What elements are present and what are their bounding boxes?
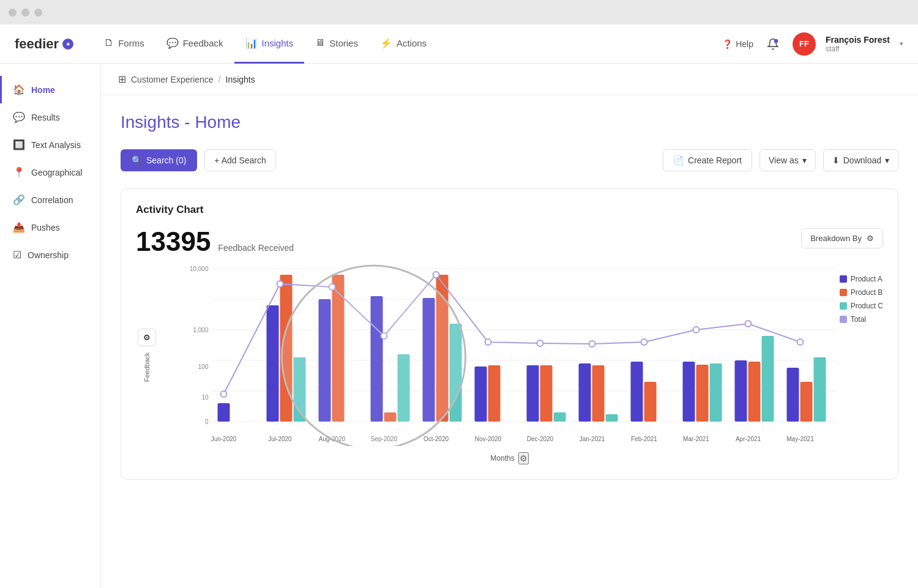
svg-rect-31 — [606, 414, 618, 422]
nav-item-feedback[interactable]: 💬 Feedback — [155, 24, 234, 64]
svg-point-43 — [221, 391, 227, 397]
legend-color-product-c — [840, 302, 847, 310]
svg-point-52 — [693, 327, 700, 333]
logo[interactable]: feedier ● — [15, 36, 73, 52]
svg-text:Nov-2020: Nov-2020 — [475, 436, 502, 442]
breakdown-label: Breakdown By — [810, 234, 862, 243]
home-icon: 🏠 — [13, 84, 25, 95]
page-content: Insights - Home 🔍 Search (0) + Add Searc… — [101, 95, 918, 497]
svg-point-51 — [641, 339, 647, 345]
svg-point-0 — [774, 39, 778, 43]
sidebar-item-text-analysis[interactable]: 🔲 Text Analysis — [0, 131, 100, 158]
chart-card: Activity Chart 13395 Feedback Received B… — [121, 188, 898, 480]
user-dropdown-arrow[interactable]: ▾ — [900, 40, 903, 48]
search-button[interactable]: 🔍 Search (0) — [121, 149, 197, 171]
avatar[interactable]: FF — [793, 32, 816, 56]
stories-icon: 🖥 — [315, 37, 325, 48]
svg-point-50 — [589, 341, 595, 347]
svg-rect-26 — [527, 365, 539, 422]
svg-rect-25 — [488, 365, 501, 422]
sidebar-item-geographical-label: Geographical — [31, 168, 82, 177]
legend-item-product-c: Product C — [840, 302, 883, 310]
chart-header: 13395 Feedback Received Breakdown By ⚙ — [136, 228, 883, 255]
chart-title: Activity Chart — [136, 204, 883, 216]
svg-text:1,000: 1,000 — [193, 327, 208, 333]
logo-text: feedier — [15, 36, 59, 52]
svg-rect-37 — [735, 360, 747, 422]
nav-item-insights[interactable]: 📊 Insights — [234, 24, 305, 64]
svg-rect-34 — [683, 362, 695, 422]
breadcrumb-icon: ⊞ — [118, 73, 126, 85]
legend-color-total — [840, 316, 847, 323]
svg-point-67 — [282, 266, 466, 446]
svg-point-44 — [277, 281, 283, 287]
sidebar-item-correlation[interactable]: 🔗 Correlation — [0, 186, 100, 214]
svg-text:10,000: 10,000 — [190, 266, 209, 272]
sidebar-item-geographical[interactable]: 📍 Geographical — [0, 158, 100, 186]
view-as-label: View as — [769, 155, 799, 165]
breakdown-gear-icon: ⚙ — [867, 234, 874, 243]
breakdown-button[interactable]: Breakdown By ⚙ — [801, 228, 883, 248]
sidebar-item-home[interactable]: 🏠 Home — [0, 76, 100, 103]
page-title-text: Insights - — [121, 113, 195, 132]
nav-item-forms[interactable]: 🗋 Forms — [93, 24, 155, 64]
svg-rect-24 — [475, 367, 487, 422]
download-button[interactable]: ⬇ Download ▾ — [823, 149, 898, 171]
forms-icon: 🗋 — [104, 37, 114, 48]
breadcrumb-separator: / — [218, 75, 221, 84]
nav-item-insights-label: Insights — [262, 38, 294, 48]
sidebar-item-pushes[interactable]: 📤 Pushes — [0, 214, 100, 241]
legend-item-product-a: Product A — [840, 275, 883, 283]
page-title-home: Home — [195, 113, 241, 132]
sidebar-item-correlation-label: Correlation — [31, 195, 73, 205]
activity-chart-svg: 10,000 1,000 100 10 0 — [164, 262, 883, 446]
view-as-button[interactable]: View as ▾ — [759, 149, 816, 171]
svg-rect-12 — [218, 403, 230, 422]
svg-rect-27 — [540, 365, 553, 422]
app-shell: feedier ● 🗋 Forms 💬 Feedback 📊 Insights … — [0, 24, 918, 588]
svg-point-54 — [797, 339, 804, 345]
help-button[interactable]: ❓ Help — [722, 39, 753, 49]
svg-point-47 — [433, 272, 439, 278]
legend-color-product-b — [840, 289, 847, 296]
nav-right: ❓ Help FF François Forest staff ▾ — [722, 32, 903, 56]
notification-icon[interactable] — [763, 34, 783, 54]
y-axis-settings-button[interactable]: ⚙ — [138, 329, 156, 346]
breadcrumb-parent[interactable]: Customer Experience — [131, 75, 214, 84]
svg-rect-35 — [696, 365, 709, 422]
sidebar-item-results[interactable]: 💬 Results — [0, 103, 100, 131]
search-icon: 🔍 — [132, 155, 142, 165]
legend-label-product-c: Product C — [851, 302, 883, 310]
svg-text:Apr-2021: Apr-2021 — [736, 436, 761, 442]
titlebar-dot-1 — [9, 9, 17, 17]
titlebar — [0, 0, 918, 24]
download-arrow-icon: ▾ — [885, 155, 889, 165]
legend-label-total: Total — [851, 315, 866, 324]
svg-rect-38 — [748, 362, 761, 422]
svg-text:Jul-2020: Jul-2020 — [268, 436, 292, 442]
legend-color-product-a — [840, 275, 847, 283]
sidebar-item-ownership[interactable]: ☑ Ownership — [0, 241, 100, 269]
ownership-icon: ☑ — [13, 249, 21, 261]
feedback-icon: 💬 — [166, 37, 179, 49]
svg-rect-28 — [554, 412, 566, 422]
pushes-icon: 📤 — [13, 221, 25, 233]
legend-item-product-b: Product B — [840, 288, 883, 297]
results-icon: 💬 — [13, 111, 25, 123]
svg-text:Mar-2021: Mar-2021 — [683, 436, 709, 442]
create-report-button[interactable]: 📄 Create Report — [663, 149, 752, 171]
chart-total-label: Feedback Received — [218, 243, 294, 253]
x-axis-settings-button[interactable]: ⚙ — [518, 452, 529, 464]
correlation-icon: 🔗 — [13, 194, 25, 206]
nav-item-actions[interactable]: ⚡ Actions — [369, 24, 438, 64]
nav-items: 🗋 Forms 💬 Feedback 📊 Insights 🖥 Stories … — [93, 24, 722, 64]
chart-total-number: 13395 — [136, 228, 211, 255]
user-name: François Forest — [826, 35, 890, 45]
svg-text:Jan-2021: Jan-2021 — [580, 436, 605, 442]
svg-point-49 — [537, 340, 543, 346]
nav-item-stories[interactable]: 🖥 Stories — [304, 24, 369, 64]
svg-text:0: 0 — [205, 419, 209, 425]
add-search-button[interactable]: + Add Search — [204, 149, 275, 171]
sidebar: 🏠 Home 💬 Results 🔲 Text Analysis 📍 Geogr… — [0, 64, 101, 588]
legend-label-product-b: Product B — [851, 288, 883, 297]
